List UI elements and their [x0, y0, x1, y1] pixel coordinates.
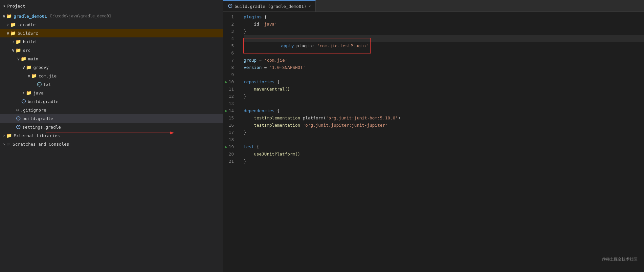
- code-line-14: dependencies {: [244, 107, 644, 114]
- gitignore-label: .gitignore: [20, 108, 46, 113]
- sidebar-item-buildSrc[interactable]: ∨ 📁 buildSrc: [0, 29, 223, 37]
- tab-gradle-icon: [228, 4, 233, 9]
- red-box-highlight: apply plugin: 'com.jie.testPlugin': [243, 38, 371, 53]
- tab-bar: build.gradle (gradle_demo01) ×: [223, 0, 644, 12]
- line-num-3: 3: [223, 28, 237, 35]
- txt-file-icon: G: [37, 82, 42, 87]
- sidebar-item-build-gradle-main[interactable]: build.gradle: [0, 97, 223, 106]
- groovy-label: groovy: [33, 65, 49, 70]
- run-icon-10[interactable]: ▶: [225, 80, 227, 84]
- line-num-1: 1: [223, 13, 237, 20]
- root-name: gradle_demo01: [13, 14, 47, 19]
- code-line-21: }: [244, 157, 644, 165]
- folder-icon: 📁: [6, 133, 12, 138]
- code-line-18: [244, 136, 644, 143]
- svg-point-3: [17, 117, 20, 120]
- code-line-19: test {: [244, 143, 644, 150]
- line-num-18: 18: [223, 136, 237, 143]
- folder-icon: 📁: [26, 90, 32, 95]
- chevron-right-icon: ›: [12, 39, 14, 44]
- line-num-7: 7: [223, 56, 237, 64]
- watermark: @稀土掘金技术社区: [602, 257, 637, 262]
- code-line-16: testImplementation 'org.junit.jupiter:ju…: [244, 121, 644, 129]
- root-path: C:\code\java\gradle_demo01: [50, 14, 111, 18]
- sidebar-item-build-gradle-root[interactable]: build.gradle: [0, 114, 223, 123]
- sidebar-header[interactable]: ∨ Project: [0, 0, 223, 12]
- code-line-17: }: [244, 129, 644, 136]
- line-num-4: 4: [223, 35, 237, 42]
- project-sidebar: ∨ Project ∨ 📁 gradle_demo01 C:\code\java…: [0, 0, 223, 272]
- code-line-10: repositories {: [244, 78, 644, 85]
- editor-area: build.gradle (gradle_demo01) × 1 2 3 4 5…: [223, 0, 644, 272]
- sidebar-item-java[interactable]: › 📁 java: [0, 89, 223, 97]
- line-num-14: ▶ 14: [223, 107, 237, 114]
- sidebar-item-com-jie[interactable]: ∨ 📁 com.jie: [0, 72, 223, 80]
- line-num-2: 2: [223, 20, 237, 28]
- code-line-2: id 'java': [244, 20, 644, 28]
- code-lines: plugins { id 'java' }: [240, 12, 644, 272]
- line-num-21: 21: [223, 157, 237, 165]
- line-num-10: ▶ 10: [223, 78, 237, 85]
- sidebar-item-src[interactable]: ∨ 📁 src: [0, 46, 223, 54]
- line-num-13: 13: [223, 100, 237, 107]
- scratches-label: Scratches and Consoles: [12, 142, 69, 147]
- sidebar-item-txt[interactable]: G Txt: [0, 80, 223, 89]
- run-icon-14[interactable]: ▶: [225, 109, 227, 113]
- sidebar-item-gitignore[interactable]: ⊘ .gitignore: [0, 106, 223, 114]
- sidebar-item-build[interactable]: › 📁 build: [0, 37, 223, 46]
- line-numbers: 1 2 3 4 5 6 7 8 9 ▶ 10 11 12 13: [223, 12, 240, 272]
- code-line-11: mavenCentral(): [244, 85, 644, 93]
- build-gradle-root-label: build.gradle: [22, 116, 53, 121]
- sidebar-item-scratches[interactable]: › Scratches and Consoles: [0, 140, 223, 148]
- line-num-19: ▶ 19: [223, 143, 237, 150]
- code-line-8: version = '1.0-SNAPSHOT': [244, 64, 644, 71]
- src-label: src: [23, 48, 30, 53]
- folder-icon: 📁: [6, 13, 12, 19]
- code-line-3: }: [244, 28, 644, 35]
- gradle-file-icon: [16, 125, 21, 129]
- sidebar-item-external-libs[interactable]: › 📁 External Libraries: [0, 131, 223, 140]
- sidebar-item-settings-gradle[interactable]: settings.gradle: [0, 123, 223, 131]
- svg-point-4: [17, 125, 20, 129]
- code-line-7: group = 'com.jie': [244, 56, 644, 64]
- folder-icon: 📁: [26, 65, 32, 70]
- line-num-15: 15: [223, 114, 237, 121]
- folder-icon: 📁: [31, 73, 37, 78]
- line-num-8: 8: [223, 64, 237, 71]
- folder-icon: 📁: [15, 39, 21, 44]
- external-libs-label: External Libraries: [13, 133, 60, 138]
- line-num-17: 17: [223, 129, 237, 136]
- folder-icon: 📁: [15, 48, 21, 53]
- build-gradle-main-label: build.gradle: [28, 99, 58, 104]
- sidebar-item-groovy[interactable]: ∨ 📁 groovy: [0, 63, 223, 72]
- code-line-20: useJUnitPlatform(): [244, 150, 644, 157]
- sidebar-item-main[interactable]: ∨ 📁 main: [0, 54, 223, 63]
- chevron-right-icon: ›: [22, 90, 25, 95]
- gitignore-icon: ⊘: [16, 107, 19, 113]
- folder-icon: 📁: [21, 56, 26, 61]
- line-num-6: 6: [223, 49, 237, 56]
- main-label: main: [28, 56, 38, 61]
- buildSrc-label: buildSrc: [17, 31, 38, 36]
- line-num-12: 12: [223, 93, 237, 100]
- line-num-9: 9: [223, 71, 237, 78]
- code-line-1: plugins {: [244, 13, 644, 20]
- svg-point-2: [22, 100, 26, 103]
- sidebar-item-gradle-folder[interactable]: › 📁 .gradle: [0, 20, 223, 29]
- code-editor[interactable]: 1 2 3 4 5 6 7 8 9 ▶ 10 11 12 13: [223, 12, 644, 272]
- tab-close-button[interactable]: ×: [308, 4, 311, 9]
- chevron-right-icon: ›: [7, 22, 9, 27]
- chevron-right-icon: ›: [3, 141, 5, 147]
- editor-tab[interactable]: build.gradle (gradle_demo01) ×: [223, 0, 316, 11]
- root-folder[interactable]: ∨ 📁 gradle_demo01 C:\code\java\gradle_de…: [0, 12, 223, 20]
- gradle-file-icon: [16, 116, 21, 121]
- chevron-down-icon: ∨: [22, 65, 25, 70]
- gradle-folder-label: .gradle: [17, 22, 35, 27]
- svg-point-9: [229, 4, 232, 8]
- gradle-file-icon: [21, 99, 26, 104]
- folder-icon: 📁: [10, 31, 16, 36]
- line-num-11: 11: [223, 85, 237, 93]
- svg-text:G: G: [38, 83, 40, 86]
- project-chevron-icon[interactable]: ∨: [3, 4, 5, 8]
- run-icon-19[interactable]: ▶: [225, 145, 227, 149]
